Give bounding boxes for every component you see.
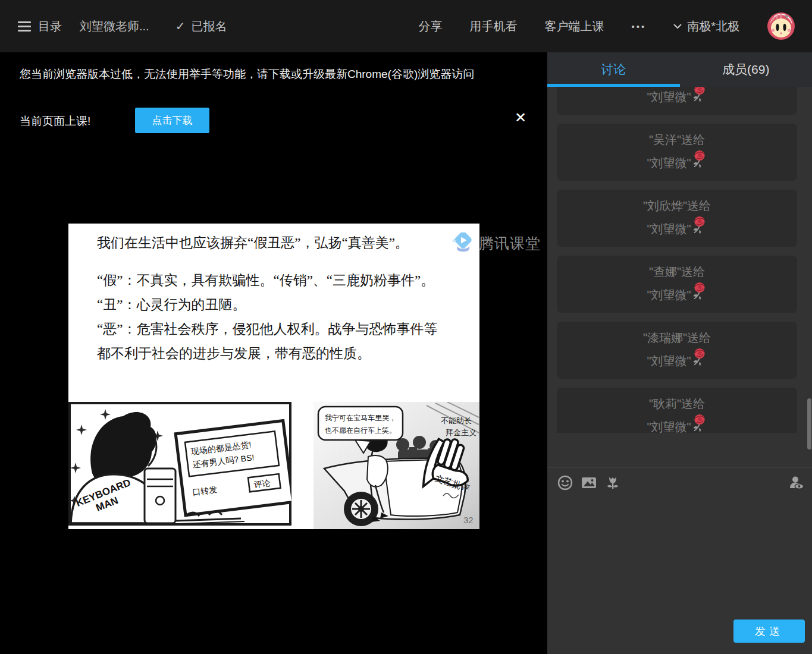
gift-receiver: "刘望微"	[563, 218, 791, 241]
rose-icon	[692, 414, 707, 432]
gift-sender: "刘欣烨"送给	[563, 194, 791, 218]
gift-sender: "查娜"送给	[563, 260, 791, 284]
gift-sender: "吴洋"送给	[563, 128, 791, 152]
page-number: 32	[463, 515, 474, 525]
gift-receiver: "刘望微"	[563, 416, 791, 433]
bubble-line2: 也不愿在自行车上笑。	[325, 426, 396, 435]
image-icon[interactable]	[581, 474, 597, 491]
enrolled-status: ✓ 已报名	[175, 18, 227, 34]
slide-paragraph: “丑”：心灵行为的丑陋。	[97, 293, 451, 317]
comic-car-scene: 我宁可在宝马车里哭， 也不愿在自行车上笑。 不能助长 拜金主义 文艺批评 32	[313, 402, 479, 529]
comic-strip: KEYBOARD MAN 现场的都是怂货! 还有男人吗? BS! 口转发 评论	[68, 402, 479, 529]
check-icon: ✓	[175, 19, 186, 33]
chat-toolbar	[547, 467, 812, 497]
hand-caption-line2: 拜金主义	[446, 428, 476, 437]
slide-text: 我们在生活中也应该摒弃“假丑恶”，弘扬“真善美”。“假”：不真实，具有欺骗性。“…	[68, 224, 479, 366]
comic-keyboard-man: KEYBOARD MAN 现场的都是怂货! 还有男人吗? BS! 口转发 评论	[68, 402, 291, 526]
topbar: 目录 刘望微老师... ✓ 已报名 分享 用手机看 客户端上课 ••• 南极*北…	[0, 0, 812, 52]
brand-watermark: 腾讯课堂	[452, 232, 541, 254]
slide: 我们在生活中也应该摒弃“假丑恶”，弘扬“真善美”。“假”：不真实，具有欺骗性。“…	[68, 224, 479, 529]
gift-receiver: "刘望微"	[563, 87, 791, 109]
gift-sender: "耿莉"送给	[563, 392, 791, 416]
current-page-text: 当前页面上课!	[20, 114, 90, 129]
enrolled-label: 已报名	[191, 18, 227, 34]
rose-icon	[692, 282, 707, 300]
emoji-icon[interactable]	[557, 474, 573, 491]
send-button[interactable]: 发送	[733, 620, 805, 643]
gift-message-card: "刘欣烨"送给 "刘望微"	[557, 190, 797, 247]
bubble-line1: 我宁可在宝马车里哭，	[325, 414, 396, 422]
tab-members[interactable]: 成员(69)	[680, 52, 812, 87]
gift-message-card: "耿莉"送给 "刘望微"	[557, 388, 797, 433]
rose-icon	[692, 87, 707, 102]
more-button[interactable]: •••	[631, 21, 646, 32]
close-icon[interactable]: ✕	[512, 109, 529, 127]
gift-receiver: "刘望微"	[563, 152, 791, 175]
avatar[interactable]	[767, 12, 795, 40]
tab-discussion[interactable]: 讨论	[547, 52, 680, 87]
watch-on-phone-button[interactable]: 用手机看	[469, 18, 517, 34]
course-title: 刘望微老师...	[80, 18, 149, 34]
gift-receiver: "刘望微"	[563, 350, 791, 373]
flower-icon[interactable]	[604, 474, 621, 491]
rose-icon	[692, 348, 707, 366]
user-menu[interactable]: 南极*北极	[673, 18, 739, 34]
slide-paragraph: “恶”：危害社会秩序，侵犯他人权利。战争与恐怖事件等都不利于社会的进步与发展，带…	[97, 317, 451, 366]
client-class-button[interactable]: 客户端上课	[544, 18, 604, 34]
gift-message-card: "查娜"送给 "刘望微"	[557, 256, 797, 313]
rose-icon	[692, 216, 707, 234]
avatar-image	[767, 12, 795, 40]
share-button[interactable]: 分享	[418, 18, 442, 34]
chat-sidebar: 讨论 成员(69) "刘望微" "吴洋"送给 "刘望微" "刘欣烨"送给 "刘望…	[547, 52, 812, 654]
chat-input[interactable]	[547, 498, 803, 614]
browser-warning-text: 您当前浏览器版本过低，无法使用举手等功能，请下载或升级最新Chrome(谷歌)浏…	[20, 67, 474, 82]
catalog-button[interactable]: 目录	[38, 18, 62, 34]
member-view-icon[interactable]	[788, 474, 805, 491]
video-stage: 您当前浏览器版本过低，无法使用举手等功能，请下载或升级最新Chrome(谷歌)浏…	[0, 52, 547, 654]
slide-paragraph: 我们在生活中也应该摒弃“假丑恶”，弘扬“真善美”。	[97, 231, 451, 255]
gift-message-card: "吴洋"送给 "刘望微"	[557, 124, 797, 181]
download-button[interactable]: 点击下载	[135, 108, 209, 133]
gift-sender: "漆瑞娜"送给	[563, 326, 791, 350]
message-list[interactable]: "刘望微" "吴洋"送给 "刘望微" "刘欣烨"送给 "刘望微" "查娜"送给 …	[547, 87, 812, 433]
brand-watermark-text: 腾讯课堂	[479, 234, 541, 253]
slide-paragraph: “假”：不真实，具有欺骗性。“传销”、“三鹿奶粉事件”。	[97, 268, 451, 293]
gift-message-card: "漆瑞娜"送给 "刘望微"	[557, 322, 797, 379]
menu-icon[interactable]	[18, 21, 31, 32]
gift-receiver: "刘望微"	[563, 284, 791, 307]
rose-icon	[692, 150, 707, 168]
chevron-down-icon	[673, 24, 682, 29]
scrollbar-thumb[interactable]	[807, 398, 811, 449]
hand-caption-line1: 不能助长	[441, 416, 472, 425]
username: 南极*北极	[687, 18, 739, 34]
gift-message-card: "刘望微"	[557, 87, 797, 115]
sidebar-tabbar: 讨论 成员(69)	[547, 52, 812, 87]
tencent-classroom-logo-icon	[452, 232, 474, 254]
